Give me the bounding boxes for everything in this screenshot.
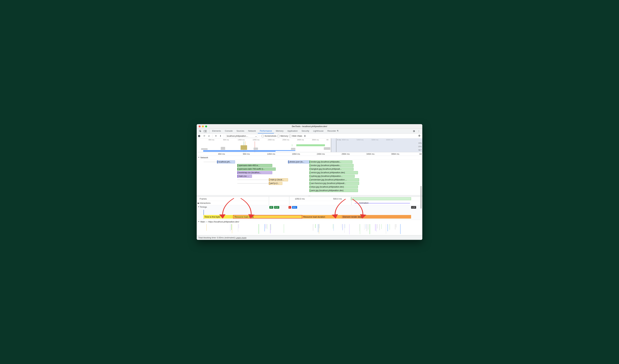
network-track[interactable]: localhost.phi...opensans-latin-400.w...o… — [197, 159, 422, 195]
device-toolbar-icon[interactable] — [203, 130, 207, 132]
close-window-button[interactable] — [199, 126, 201, 127]
timing-marker-dcl[interactable]: DCL — [292, 206, 297, 209]
network-request[interactable]: tokyo.jpg (localhost.philipwalton.dev) — [310, 185, 358, 188]
frames-row[interactable]: Frames 1050.0 ms 500.0 ms — [197, 197, 422, 201]
clear-button[interactable]: ⊘ — [207, 135, 211, 137]
network-request[interactable]: sydney.jpg (localhost.philipwalton... — [310, 175, 355, 178]
collapse-icon: ▼ — [198, 156, 200, 158]
status-footer: Total blocking time: 0.00ms (estimated) … — [197, 235, 422, 240]
animation-label: Animation — [359, 202, 368, 204]
flamechart-panel[interactable]: Frames 1050.0 ms 500.0 ms ▶ Interactions… — [197, 197, 422, 235]
tab-recorder-[interactable]: Recorder ⚗ — [325, 129, 340, 133]
network-request[interactable]: bangkok.jpg (localhost.philipwalt... — [310, 168, 353, 171]
tab-memory[interactable]: Memory — [274, 129, 285, 133]
frame-duration-1: 1050.0 ms — [295, 198, 305, 200]
network-request[interactable]: london.jpg (localhost.philipwalto... — [310, 160, 352, 164]
settings-icon[interactable] — [412, 130, 416, 132]
screenshots-checkbox[interactable]: Screenshots — [262, 135, 276, 137]
timing-marker-fp[interactable]: FP — [269, 206, 273, 209]
save-profile-icon[interactable]: ⬇ — [219, 135, 222, 137]
lcp-ttfb: Time to first byte — [204, 215, 233, 219]
performance-toolbar: ⟳ ⊘ ⬆ ⬇ localhost.philipwalton.... Scree… — [197, 134, 422, 139]
timing-marker-lcp[interactable]: LCP — [411, 206, 416, 209]
reload-record-button[interactable]: ⟳ — [203, 135, 206, 137]
interactions-row[interactable]: ▶ Interactions Animation — [197, 201, 422, 205]
zoom-window-button[interactable] — [205, 126, 207, 127]
total-blocking-time: Total blocking time: 0.00ms (estimated) — [198, 237, 235, 239]
lcp-resource-load-duration: Resource load duration — [302, 215, 342, 219]
garbage-collect-icon[interactable]: 🗑 — [303, 135, 307, 137]
panel-tabs: ElementsConsoleSourcesNetworkPerformance… — [197, 129, 422, 134]
network-request[interactable]: london.jpg (localhost.philipwalto... — [310, 164, 353, 167]
timing-marker-l[interactable]: L — [289, 206, 291, 209]
tab-application[interactable]: Application — [285, 129, 300, 133]
memory-checkbox[interactable]: Memory — [277, 135, 288, 137]
record-button[interactable] — [198, 135, 202, 137]
network-request[interactable]: paris.jpg (localhost.philipwalton.dev) — [310, 189, 358, 192]
tab-lighthouse[interactable]: Lighthouse — [311, 129, 325, 133]
inspect-element-icon[interactable] — [198, 130, 203, 132]
network-request[interactable]: opensans-latin-700.woff2 (l... — [237, 168, 276, 171]
learn-more-link[interactable]: Learn more — [236, 237, 246, 239]
tab-console[interactable]: Console — [223, 129, 235, 133]
lcp-breakdown: Time to first byte Resource load delay R… — [204, 215, 411, 219]
network-request[interactable]: localhost.phi... — [217, 160, 235, 164]
network-request[interactable]: perf.js (l... — [269, 182, 282, 185]
lcp-resource-load-delay: Resource load delay — [233, 215, 302, 219]
timing-marker-fcp[interactable]: FCP — [274, 206, 279, 209]
vertical-scrollbar[interactable] — [420, 124, 422, 235]
overview-minimap[interactable]: 494 ms994 ms1494 ms1994 ms2494 ms2994 ms… — [197, 139, 422, 152]
main-thread-row[interactable]: ▼ Main — https://localhost.philipwalton.… — [197, 220, 422, 235]
tab-security[interactable]: Security — [300, 129, 311, 133]
network-request[interactable]: main.css … — [237, 175, 252, 178]
tab-performance[interactable]: Performance — [258, 129, 274, 133]
load-profile-icon[interactable]: ⬆ — [214, 135, 218, 137]
collapse-icon: ▼ — [198, 221, 200, 223]
svg-rect-1 — [204, 130, 205, 132]
lcp-element-render-delay: Element render delay — [342, 215, 411, 219]
traffic-lights — [197, 126, 207, 127]
overview-cursor-left: 44 — [326, 139, 328, 141]
network-request[interactable]: venice.jpg (localhost.philipwalton.dev) — [310, 171, 358, 174]
web-vitals-checkbox[interactable]: Web Vitals — [289, 135, 302, 137]
minimize-window-button[interactable] — [202, 126, 204, 127]
network-request[interactable]: photos.json (lo... — [288, 160, 310, 164]
titlebar: DevTools - localhost.philipwalton.dev/ — [197, 124, 422, 129]
tab-network[interactable]: Network — [246, 129, 258, 133]
network-request[interactable]: bootstrap.css (localhos... — [237, 171, 272, 174]
tab-elements[interactable]: Elements — [210, 129, 223, 133]
panel-splitter[interactable] — [197, 195, 422, 197]
frame-duration-2: 500.0 ms — [333, 198, 342, 200]
tab-sources[interactable]: Sources — [235, 129, 246, 133]
devtools-window: DevTools - localhost.philipwalton.dev/ E… — [197, 124, 422, 240]
timings-row[interactable]: ▼ Timings FPFCPLDCLLCP Time to first byt… — [197, 205, 422, 220]
expand-icon: ▶ — [198, 202, 199, 204]
overview-cursor-right: 4 ms — [337, 139, 341, 141]
svg-rect-2 — [206, 130, 206, 132]
network-request[interactable]: san-francisco.jpg (localhost.philipwalt.… — [310, 182, 359, 185]
collapse-icon: ▼ — [198, 206, 199, 208]
network-request[interactable]: main.js (local... — [269, 178, 288, 181]
network-request[interactable]: amsterdam.jpg (localhost.philipwalton...… — [310, 178, 359, 181]
scrollbar-thumb[interactable] — [420, 186, 422, 209]
timeline-ruler[interactable]: 44 494 ms994 ms1494 ms1994 ms2494 ms2994… — [197, 152, 422, 156]
context-select[interactable]: localhost.philipwalton.... — [226, 134, 258, 138]
window-title: DevTools - localhost.philipwalton.dev/ — [197, 125, 422, 127]
network-section-toggle[interactable]: ▼ Network — [197, 156, 422, 159]
network-request[interactable]: opensans-latin-400.w... — [237, 164, 272, 167]
